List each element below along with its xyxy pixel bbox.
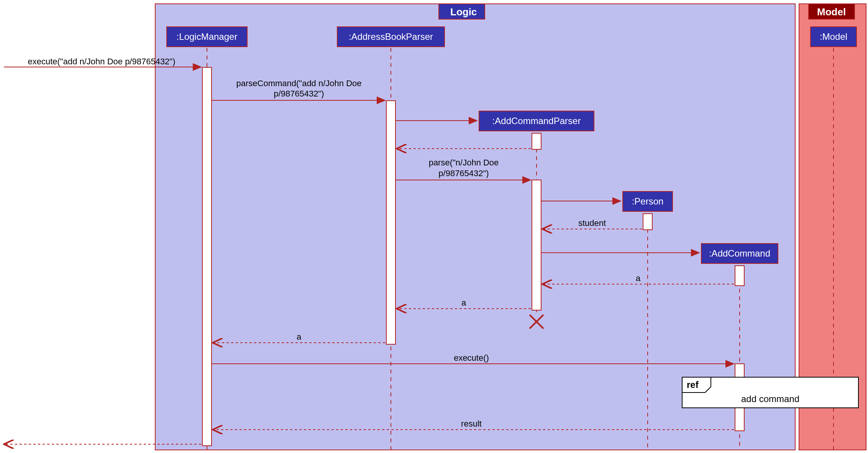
participant-logicmanager-label: :LogicManager: [177, 31, 238, 42]
msg-a-3: a: [297, 332, 302, 342]
participant-model-label: :Model: [820, 31, 847, 42]
msg-parsecommand-2: p/98765432"): [274, 89, 324, 98]
msg-parse-1: parse("n/John Doe: [429, 158, 499, 167]
participant-person-label: :Person: [632, 196, 664, 206]
msg-parse-2: p/98765432"): [438, 168, 489, 178]
msg-execute: execute(): [454, 353, 489, 363]
activation-addcommandparser-1: [532, 133, 541, 149]
frame-logic-label: Logic: [450, 6, 477, 18]
activation-logicmanager: [202, 67, 212, 446]
msg-a-2: a: [461, 298, 466, 307]
frame-model-label: Model: [817, 6, 846, 18]
activation-addcommandparser-2: [532, 180, 541, 310]
msg-result: result: [461, 419, 482, 428]
msg-a-1: a: [636, 273, 641, 283]
ref-label: ref: [687, 379, 699, 390]
msg-student: student: [578, 218, 606, 228]
msg-execute-initial: execute("add n/John Doe p/98765432"): [28, 57, 175, 66]
participant-addcommand-label: :AddCommand: [709, 248, 770, 258]
activation-person: [643, 214, 652, 230]
msg-parsecommand-1: parseCommand("add n/John Doe: [236, 78, 362, 88]
participant-addcommandparser-label: :AddCommandParser: [492, 116, 581, 126]
activation-addcommand-1: [735, 266, 744, 286]
diagram-svg: Logic Model :LogicManager :AddressBookPa…: [0, 0, 868, 453]
ref-content: add command: [741, 394, 799, 404]
participant-addressbookparser-label: :AddressBookParser: [349, 31, 433, 42]
sequence-diagram: Logic Model :LogicManager :AddressBookPa…: [0, 0, 868, 453]
activation-addressbookparser: [386, 101, 395, 344]
